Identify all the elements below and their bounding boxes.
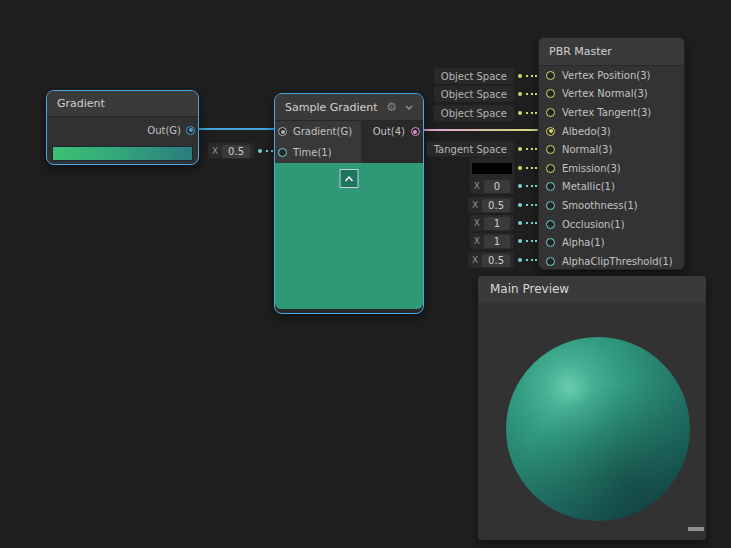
node-pbr-master-title: PBR Master <box>539 38 684 66</box>
main-preview-title: Main Preview <box>478 276 706 302</box>
connector-dot <box>518 203 522 207</box>
connector-dash <box>526 240 537 242</box>
alpha-value[interactable]: 1 <box>484 235 510 248</box>
space-dropdown[interactable]: Object Space <box>434 68 514 84</box>
occlusion-label: Occlusion(1) <box>562 219 625 230</box>
out4-port[interactable] <box>411 127 420 136</box>
connector-dash <box>526 185 537 187</box>
vertex-position-label: Vertex Position(3) <box>562 70 650 81</box>
connector-dash <box>526 112 537 114</box>
emission-default-row <box>427 159 537 177</box>
edge-sample-to-albedo[interactable] <box>419 129 545 131</box>
alphaclip-label: AlphaClipThreshold(1) <box>562 256 673 267</box>
alphaclip-port[interactable] <box>546 257 555 266</box>
out-g-port[interactable] <box>186 126 195 135</box>
resize-handle[interactable] <box>688 527 704 531</box>
connector-dot <box>518 239 522 243</box>
smoothness-value[interactable]: 0.5 <box>482 199 510 212</box>
time-default-row: X 0.5 <box>205 142 277 160</box>
space-dropdown[interactable]: Object Space <box>434 86 514 102</box>
alpha-port[interactable] <box>546 238 555 247</box>
connector-dash <box>526 204 537 206</box>
vertex-tangent-port[interactable] <box>546 108 555 117</box>
normal-port[interactable] <box>546 145 555 154</box>
alpha-label: Alpha(1) <box>562 237 605 248</box>
alphaclip-value-field[interactable]: X 0.5 <box>468 252 514 268</box>
edge-gradient-to-sample[interactable] <box>195 128 279 130</box>
time-value-field[interactable]: X 0.5 <box>208 143 254 159</box>
gradient-input-label: Gradient(G) <box>293 126 352 137</box>
node-gradient[interactable]: Gradient Out(G) <box>46 90 199 165</box>
alphaclip-value[interactable]: 0.5 <box>482 254 510 267</box>
gradient-input-port[interactable] <box>278 127 287 136</box>
preview-sphere[interactable] <box>506 337 690 521</box>
connector-dot <box>518 258 522 262</box>
metallic-label: Metallic(1) <box>562 181 615 192</box>
collapse-preview-button[interactable] <box>340 169 359 188</box>
node-pbr-master[interactable]: PBR Master Vertex Position(3) Vertex Nor… <box>538 37 685 270</box>
x-prefix: X <box>474 181 480 191</box>
connector-dash <box>526 167 537 169</box>
x-prefix: X <box>474 236 480 246</box>
alpha-default-row: X 1 <box>427 232 537 250</box>
node-gradient-title: Gradient <box>47 91 198 117</box>
x-prefix: X <box>474 218 480 228</box>
connector-dot <box>518 166 522 170</box>
albedo-label: Albedo(3) <box>562 126 611 137</box>
vertex-tangent-label: Vertex Tangent(3) <box>562 107 651 118</box>
occlusion-port[interactable] <box>546 220 555 229</box>
gradient-preview-bar[interactable] <box>52 146 193 161</box>
x-prefix: X <box>212 146 218 156</box>
time-input-port[interactable] <box>278 148 287 157</box>
main-preview-panel[interactable]: Main Preview <box>478 276 706 540</box>
metallic-default-row: X 0 <box>427 177 537 195</box>
connector-dot <box>518 111 522 115</box>
space-dropdown[interactable]: Tangent Space <box>427 141 514 157</box>
connector-dot <box>258 149 262 153</box>
normal-label: Normal(3) <box>562 144 612 155</box>
connector-dot <box>518 92 522 96</box>
connector-dash <box>526 93 537 95</box>
alpha-value-field[interactable]: X 1 <box>470 233 514 249</box>
alphaclip-default-row: X 0.5 <box>427 251 537 269</box>
out4-label: Out(4) <box>373 126 405 137</box>
occlusion-default-row: X 1 <box>427 214 537 232</box>
connector-dot <box>518 74 522 78</box>
vertex-position-default-row: Object Space <box>427 67 537 85</box>
space-dropdown[interactable]: Object Space <box>434 105 514 121</box>
metallic-port[interactable] <box>546 182 555 191</box>
connector-dash <box>526 75 537 77</box>
vertex-normal-default-row: Object Space <box>427 85 537 103</box>
chevron-down-icon[interactable] <box>405 105 413 110</box>
out-g-label: Out(G) <box>147 125 181 136</box>
connector-dash <box>526 222 537 224</box>
vertex-tangent-default-row: Object Space <box>427 104 537 122</box>
metallic-value[interactable]: 0 <box>484 180 510 193</box>
connector-dot <box>518 184 522 188</box>
smoothness-default-row: X 0.5 <box>427 196 537 214</box>
vertex-position-port[interactable] <box>546 71 555 80</box>
occlusion-value-field[interactable]: X 1 <box>470 215 514 231</box>
occlusion-value[interactable]: 1 <box>484 217 510 230</box>
time-value[interactable]: 0.5 <box>222 145 250 158</box>
vertex-normal-port[interactable] <box>546 89 555 98</box>
metallic-value-field[interactable]: X 0 <box>470 178 514 194</box>
vertex-normal-label: Vertex Normal(3) <box>562 88 648 99</box>
gear-icon[interactable]: ⚙ <box>386 101 397 113</box>
emission-label: Emission(3) <box>562 163 621 174</box>
smoothness-value-field[interactable]: X 0.5 <box>468 197 514 213</box>
x-prefix: X <box>472 255 478 265</box>
smoothness-port[interactable] <box>546 201 555 210</box>
albedo-port[interactable] <box>546 127 555 136</box>
shader-graph-canvas[interactable]: Gradient Out(G) X 0.5 Sample Gradient ⚙ <box>0 0 731 548</box>
color-swatch <box>472 163 512 174</box>
connector-dot <box>518 147 522 151</box>
x-prefix: X <box>472 200 478 210</box>
time-input-label: Time(1) <box>293 147 332 158</box>
emission-color-field[interactable] <box>470 158 514 178</box>
connector-dot <box>518 221 522 225</box>
sample-gradient-preview <box>275 163 423 309</box>
node-sample-gradient[interactable]: Sample Gradient ⚙ Gradient(G) Time(1) <box>274 93 424 314</box>
connector-dash <box>526 148 537 150</box>
emission-port[interactable] <box>546 164 555 173</box>
